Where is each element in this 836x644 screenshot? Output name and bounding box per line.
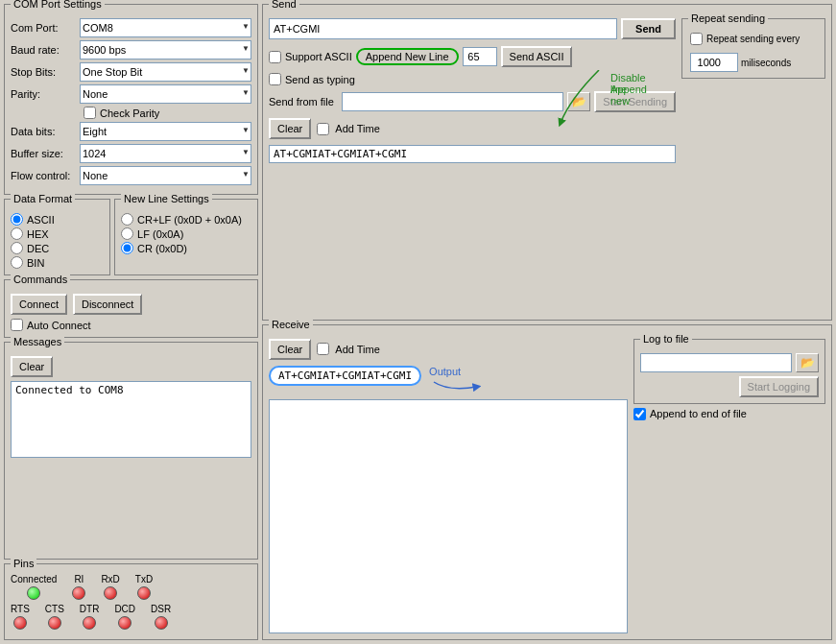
parity-label: Parity: (11, 88, 80, 100)
receive-output-content: AT+CGMIAT+CGMIAT+CGMI (278, 370, 412, 382)
pin-ri: RI (72, 574, 85, 600)
data-format-ascii-radio[interactable] (11, 213, 23, 226)
nl-cr-label: CR (0x0D) (137, 243, 187, 254)
buffer-size-label: Buffer size: (11, 148, 80, 159)
send-text-input[interactable] (269, 18, 617, 39)
nl-crlf-radio[interactable] (121, 213, 133, 226)
messages-area: Connected to COM8 (11, 381, 251, 458)
log-file-input[interactable] (640, 353, 792, 372)
flow-control-label: Flow control: (11, 170, 80, 181)
pin-rxd-led (104, 586, 117, 600)
ms-input[interactable] (690, 53, 738, 72)
append-to-end-checkbox[interactable] (633, 408, 646, 420)
log-to-file-group: Log to file 📂 Start Logging (633, 339, 825, 404)
send-ascii-button[interactable]: Send ASCII (501, 46, 573, 67)
repeat-checkbox[interactable] (690, 33, 703, 45)
buffer-size-select-wrapper[interactable]: 1024 (80, 144, 251, 163)
send-log-area: AT+CGMIAT+CGMIAT+CGMI (269, 145, 676, 163)
send-add-time-checkbox[interactable] (317, 123, 329, 135)
start-sending-button[interactable]: Start Sending (594, 91, 676, 112)
stop-bits-select-wrapper[interactable]: One Stop Bit (80, 62, 251, 82)
send-from-file-label: Send from file (269, 96, 334, 107)
data-format-hex-radio[interactable] (11, 227, 23, 240)
stop-bits-label: Stop Bits: (11, 66, 80, 78)
new-line-settings-title: New Line Settings (121, 193, 212, 204)
messages-group: Messages Clear Connected to COM8 (4, 342, 258, 560)
nl-cr-radio[interactable] (121, 242, 133, 254)
com-port-select[interactable]: COM8 (80, 18, 251, 37)
send-button[interactable]: Send (621, 18, 676, 39)
send-clear-button[interactable]: Clear (269, 118, 311, 139)
nl-lf-label: LF (0x0A) (137, 228, 183, 240)
receive-output-oval: AT+CGMIAT+CGMIAT+CGMI (269, 366, 421, 386)
browse-file-button[interactable]: 📂 (567, 92, 590, 111)
data-bits-select[interactable]: Eight (80, 122, 251, 141)
repeat-label: Repeat sending every (706, 34, 800, 44)
pins-section: Pins Connected RI RxD TxD (4, 563, 258, 640)
pin-dcd: DCD (114, 604, 135, 630)
pin-connected-led (27, 586, 40, 600)
receive-add-time-checkbox[interactable] (317, 343, 329, 355)
messages-clear-button[interactable]: Clear (11, 356, 53, 377)
data-format-dec-radio[interactable] (11, 242, 23, 254)
stop-bits-select[interactable]: One Stop Bit (80, 62, 251, 82)
data-format-dec-label: DEC (27, 243, 49, 254)
baud-rate-select-wrapper[interactable]: 9600 bps (80, 40, 251, 60)
pin-txd-led (137, 586, 151, 600)
baud-rate-label: Baud rate: (11, 44, 80, 56)
flow-control-select-wrapper[interactable]: None (80, 166, 251, 185)
connect-button[interactable]: Connect (11, 294, 67, 315)
com-port-select-wrapper[interactable]: COM8 (80, 18, 251, 37)
commands-title: Commands (11, 274, 70, 285)
data-bits-label: Data bits: (11, 126, 80, 137)
pins-row2: RTS CTS DTR DCD DSR (11, 604, 251, 630)
parity-select-wrapper[interactable]: None (80, 84, 251, 104)
disconnect-button[interactable]: Disconnect (73, 294, 142, 315)
parity-select[interactable]: None (80, 84, 251, 104)
support-ascii-label: Support ASCII (285, 51, 352, 62)
buffer-size-select[interactable]: 1024 (80, 144, 251, 163)
log-browse-button[interactable]: 📂 (796, 353, 819, 372)
pin-dsr: DSR (151, 604, 171, 630)
receive-add-time-label: Add Time (335, 344, 379, 355)
pin-rxd: RxD (101, 574, 119, 600)
data-format-bin-label: BIN (27, 257, 44, 269)
start-logging-button[interactable]: Start Logging (739, 376, 819, 397)
receive-title: Receive (269, 319, 313, 330)
pin-dcd-led (118, 616, 131, 630)
send-add-time-label: Add Time (335, 123, 379, 134)
new-line-group: CR+LF (0x0D + 0x0A) LF (0x0A) CR (0x0D) (121, 213, 251, 254)
baud-rate-select[interactable]: 9600 bps (80, 40, 251, 60)
send-file-input[interactable] (342, 92, 563, 111)
support-ascii-checkbox[interactable] (269, 51, 281, 63)
pin-rts-led (13, 616, 27, 630)
check-parity-checkbox[interactable] (84, 107, 96, 119)
log-to-file-title: Log to file (640, 333, 692, 345)
pin-dtr: DTR (80, 604, 100, 630)
commands-group: Commands Connect Disconnect Auto Connect (4, 279, 258, 338)
check-parity-label: Check Parity (100, 107, 159, 119)
repeat-sending-section: Repeat sending Repeat sending every mili… (681, 18, 825, 79)
send-as-typing-checkbox[interactable] (269, 73, 281, 85)
repeat-sending-title: Repeat sending (688, 12, 768, 24)
append-new-line-button[interactable]: Append New Line (356, 48, 459, 65)
receive-clear-button[interactable]: Clear (269, 339, 311, 360)
data-format-group: ASCII HEX DEC BIN (11, 213, 104, 269)
messages-title: Messages (11, 336, 64, 347)
com-port-label: Com Port: (11, 22, 80, 34)
data-format-bin-radio[interactable] (11, 256, 23, 269)
pin-dsr-led (155, 616, 168, 630)
data-format-title: Data Format (11, 193, 75, 204)
num-input[interactable] (463, 47, 497, 66)
pin-ri-led (72, 586, 85, 600)
data-format-ascii-label: ASCII (27, 214, 55, 226)
append-to-end-label: Append to end of file (650, 408, 747, 419)
flow-control-select[interactable]: None (80, 166, 251, 185)
pin-rts: RTS (11, 604, 30, 630)
data-bits-select-wrapper[interactable]: Eight (80, 122, 251, 141)
pin-connected: Connected (11, 574, 57, 600)
send-as-typing-label: Send as typing (285, 74, 355, 85)
auto-connect-checkbox[interactable] (11, 319, 23, 331)
nl-lf-radio[interactable] (121, 227, 133, 240)
com-port-settings-title: COM Port Settings (11, 0, 105, 10)
